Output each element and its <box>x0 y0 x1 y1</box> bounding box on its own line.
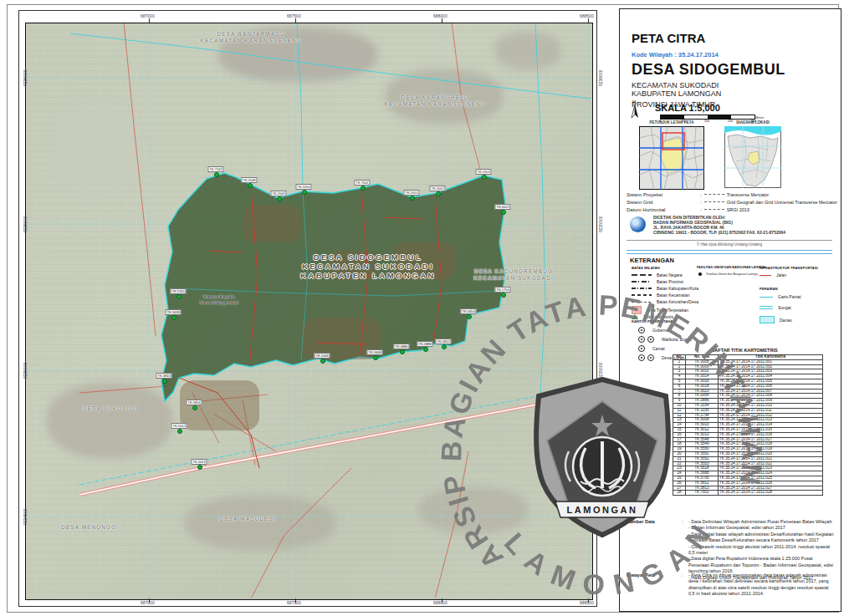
neighbor-village-label: DESA MADULEGI <box>219 516 275 522</box>
projection-row: Sistem Grid:Grid Geografi dan Grid Unive… <box>627 200 837 205</box>
legend-row: Batas Kelurahan/Desa <box>632 299 698 304</box>
kartometric-point-label: TK.5812 <box>435 339 451 344</box>
leader-dashes <box>704 209 724 210</box>
legend-title: KETERANGAN <box>630 257 674 264</box>
note-label: Riwayat Peta <box>627 573 655 578</box>
grid-label-right: 9235000 <box>598 363 603 379</box>
kartometric-point-dot <box>162 379 167 384</box>
inset-left-caption: PETUNJUK LETAK PETA <box>639 120 704 125</box>
neighbor-village-label: DESA MENONGO <box>61 524 116 531</box>
office-label-line: Kantor Kepala <box>200 294 238 300</box>
projection-label: Datum Horizontal <box>627 207 700 212</box>
kartometric-point-label: TK.5548 <box>241 177 257 183</box>
government-office-icon <box>638 336 645 343</box>
legend-label: Jalan <box>776 272 786 277</box>
note-label: Sumber Data <box>627 519 655 524</box>
leader-dashes <box>704 194 724 195</box>
grid-label-right: 9235500 <box>598 216 603 232</box>
kantor-label: Gubernur <box>652 328 670 333</box>
table-row: 28TK.7001TK.35.24.17.2014.17.2011.028 <box>673 491 823 496</box>
note-items: - Peta Citra ini dibuat menggunakan data… <box>688 573 834 598</box>
grid-label-top: 688500 <box>580 13 594 18</box>
village-title-line: KABUPATEN LAMONGAN <box>300 271 436 280</box>
village-title-line: KECAMATAN SUKODADI <box>300 262 436 271</box>
kantor-label: Walikota; Bupati <box>662 337 692 342</box>
north-arrow-icon <box>630 104 640 120</box>
kartometric-point-dot <box>482 175 487 180</box>
village-name: DESA SIDOGEMBUL <box>632 61 785 79</box>
village-title-label: DESA SIDOGEMBULKECAMATAN SUKODADIKABUPAT… <box>300 252 436 280</box>
projection-value: Grid Geografi dan Grid Universal Transve… <box>727 200 837 205</box>
kartometric-point-label: TK.1034 <box>314 353 330 359</box>
copyright-note: © Hak cipta dilindungi Undang-Undang <box>627 242 832 247</box>
kartometric-point-dot <box>197 465 202 470</box>
blue-rule <box>627 253 832 254</box>
legend-row: Area Tidak Terpetakan <box>632 306 688 314</box>
scale-bar-number: 200 <box>728 119 734 123</box>
government-office-icon <box>647 336 654 343</box>
neighbor-village-label: DESA SUKOLILO <box>83 405 138 412</box>
legend-label: Batas Kelurahan/Desa <box>657 299 698 304</box>
grid-label-top: 688000 <box>433 13 448 18</box>
kartometric-point-label: TK.5888 <box>417 341 432 347</box>
note-item: - Data digital batas wilayah administras… <box>688 532 834 544</box>
blue-rule <box>627 250 832 251</box>
sheet-title: PETA CITRA <box>632 31 705 45</box>
leader-dashes <box>704 201 724 202</box>
grid-tick <box>442 18 442 23</box>
projection-value: SRGI 2013 <box>727 207 749 212</box>
grid-label-right: 9236000 <box>598 70 603 86</box>
kartometric-point-label: TK.5618 <box>165 309 181 315</box>
scale-bar-number: 300 <box>751 119 757 123</box>
kartometric-point-label: TK.7243 <box>207 166 223 172</box>
legend-symbol-dash5 <box>632 302 652 303</box>
village-office-label: Kantor KepalaDesa Sidogembul <box>200 294 238 305</box>
kartometric-point-dot <box>467 314 472 319</box>
legend-row: Sungai <box>760 305 791 310</box>
grid-label-left: 9234500 <box>23 509 28 525</box>
legend-label: Area Tidak Terpetakan <box>647 308 688 313</box>
kartometric-point-dot <box>320 359 325 364</box>
legend-label: Danau <box>780 318 792 323</box>
legend-label: Batas Provinsi <box>657 279 683 284</box>
kartometric-point-dot <box>501 293 506 298</box>
legend-label: Fasilitas Umum dan Bangunan Lainnya <box>707 272 758 276</box>
grid-tick <box>442 598 442 603</box>
legend-symbol-areacyan <box>760 316 775 323</box>
neighbor-village-label: DESA KADUNGREMBUGKECAMATAN SUKODADI <box>473 268 553 281</box>
grid-tick <box>295 598 296 603</box>
projection-label: Sistem Grid <box>627 200 700 205</box>
kartometric-point-dot <box>501 210 506 215</box>
projection-label: Sistem Proyeksi <box>627 192 700 197</box>
kartometric-point-dot <box>214 172 219 177</box>
grid-label-top: 687500 <box>287 13 301 18</box>
legend-row: Batas Kabupaten/Kota <box>632 286 698 291</box>
kartometris-table: No. No. Titik Titik Kartometrik 1TK.0008… <box>673 354 823 496</box>
legend-row: Titik Kartometris <box>632 314 673 319</box>
legend-row: Garis Pantai <box>760 294 801 299</box>
kartometric-point-dot <box>442 344 447 349</box>
kartometric-point-label: TK.5012 <box>171 423 187 429</box>
legend-infra-header: INFRASTRUKTUR TRANSPORTASI <box>760 266 818 270</box>
kartometric-point-dot <box>423 347 428 352</box>
kartometris-table-body: 1TK.0008TK.35.24.17.2014.17.2011.0012TK.… <box>673 359 823 495</box>
note-items: - Data Delimitasi Wilayah Administrasi P… <box>688 519 834 581</box>
office-label-line: Desa Sidogembul <box>200 299 238 305</box>
legend-label: Batas Kecamatan <box>657 293 689 298</box>
grid-label-left: 9235500 <box>23 216 28 232</box>
legend-label: Sungai <box>778 305 791 310</box>
kartometric-point-label: TK.5008 <box>366 349 382 355</box>
grid-tick <box>149 598 150 603</box>
legend-symbol-greentri <box>632 314 638 319</box>
kartometric-point-dot <box>177 429 182 434</box>
legend-row: Batas Negara <box>632 272 683 277</box>
kantor-row: Gubernur <box>638 327 670 333</box>
kantor-label: Desa; Lurah <box>662 355 684 360</box>
legend-symbol-dash1 <box>632 274 652 276</box>
kantor-row: Camat <box>638 345 665 352</box>
kartometric-point-label: TK.5705 <box>170 288 186 294</box>
kantor-label: Camat <box>652 346 665 351</box>
legend-label: Batas Negara <box>657 272 683 277</box>
publisher-line: CIBINONG 16911 - BOGOR, TLP. (021) 87520… <box>653 230 829 235</box>
legend-row: Batas Kecamatan <box>632 293 689 298</box>
